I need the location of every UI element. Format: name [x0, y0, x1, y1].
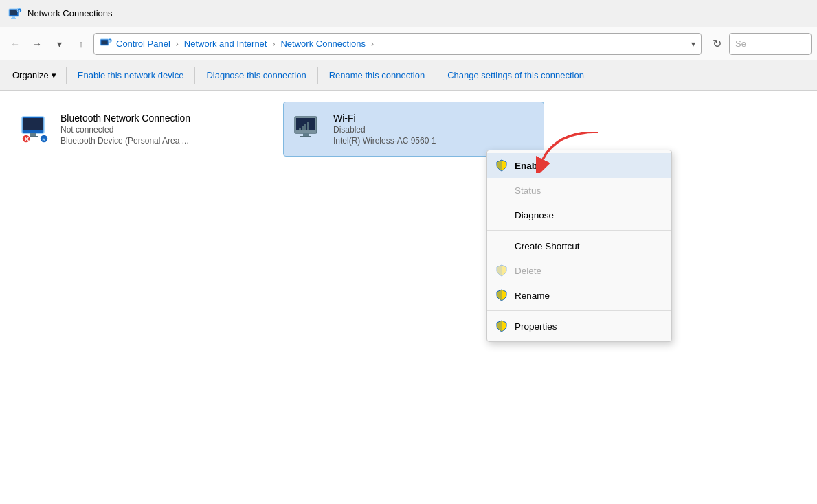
dropdown-button[interactable]: ▾ [49, 34, 69, 54]
back-button[interactable]: ← [5, 34, 25, 54]
shield-icon-properties [495, 320, 508, 332]
ctx-properties-label: Properties [515, 321, 557, 332]
wifi-network-info: Wi-Fi Disabled Intel(R) Wireless-AC 9560… [333, 113, 535, 146]
svg-text:✕: ✕ [24, 136, 30, 143]
address-box[interactable]: B Control Panel › Network and Internet ›… [93, 33, 702, 55]
svg-rect-22 [304, 124, 306, 130]
svg-text:B: B [19, 9, 21, 12]
bluetooth-network-item[interactable]: ✕ ʙ Bluetooth Network Connection Not con… [11, 102, 272, 157]
organize-label: Organize [12, 70, 49, 80]
wifi-icon-wrapper [292, 113, 325, 146]
window-title: Network Connections [27, 8, 113, 19]
up-button[interactable]: ↑ [71, 34, 91, 54]
bluetooth-network-name: Bluetooth Network Connection [60, 113, 264, 124]
wifi-device-icon [292, 113, 325, 146]
diagnose-label: Diagnose this connection [206, 70, 306, 80]
svg-rect-20 [299, 128, 301, 130]
change-settings-button[interactable]: Change settings of this connection [439, 63, 592, 88]
svg-rect-11 [23, 118, 43, 130]
main-content: ✕ ʙ Bluetooth Network Connection Not con… [0, 91, 817, 504]
separator-2: › [272, 39, 275, 49]
toolbar-divider-3 [317, 67, 318, 84]
ctx-rename-label: Rename [515, 290, 550, 301]
svg-rect-1 [10, 10, 17, 15]
enable-network-button[interactable]: Enable this network device [69, 63, 192, 88]
ctx-delete: Delete [487, 258, 671, 283]
wifi-network-desc: Intel(R) Wireless-AC 9560 1 [333, 136, 535, 146]
svg-rect-23 [307, 122, 309, 130]
wifi-network-name: Wi-Fi [333, 113, 535, 124]
ctx-diagnose-label: Diagnose [515, 210, 554, 220]
search-placeholder: Se [735, 38, 746, 49]
ctx-status: Status [487, 178, 671, 203]
separator-1: › [176, 39, 179, 49]
settings-label: Change settings of this connection [447, 70, 584, 80]
toolbar: Organize ▾ Enable this network device Di… [0, 60, 817, 91]
rename-label: Rename this connection [329, 70, 425, 80]
toolbar-divider-1 [66, 67, 67, 84]
ctx-shortcut[interactable]: Create Shortcut [487, 233, 671, 258]
svg-rect-24 [303, 133, 309, 136]
search-box[interactable]: Se [729, 33, 812, 55]
separator-3: › [371, 39, 374, 49]
ctx-separator-2 [487, 310, 671, 311]
ctx-shortcut-label: Create Shortcut [515, 241, 580, 251]
wifi-network-item[interactable]: Wi-Fi Disabled Intel(R) Wireless-AC 9560… [283, 102, 544, 157]
bluetooth-network-status: Not connected [60, 125, 264, 135]
shield-icon-enable [495, 159, 508, 172]
svg-rect-25 [300, 136, 311, 137]
enable-label: Enable this network device [78, 70, 184, 80]
breadcrumb-control-panel[interactable]: Control Panel [116, 38, 170, 49]
wifi-network-status: Disabled [333, 125, 535, 135]
toolbar-divider-2 [194, 67, 195, 84]
forward-button[interactable]: → [27, 34, 47, 54]
bluetooth-icon-wrapper: ✕ ʙ [19, 113, 52, 146]
ctx-rename[interactable]: Rename [487, 283, 671, 308]
address-icon: B [100, 38, 112, 50]
ctx-delete-label: Delete [515, 266, 541, 276]
organize-chevron-icon: ▾ [52, 70, 56, 80]
ctx-status-label: Status [515, 185, 541, 196]
ctx-separator-1 [487, 230, 671, 231]
svg-rect-2 [12, 16, 15, 18]
svg-rect-7 [102, 40, 108, 44]
context-menu: Enable Status Diagnose Create Shortcut D… [486, 150, 672, 342]
shield-icon-rename [495, 289, 508, 301]
address-chevron-icon[interactable]: ▾ [691, 39, 695, 49]
address-bar: ← → ▾ ↑ B Control Panel › Network and In… [0, 27, 817, 60]
toolbar-divider-4 [436, 67, 436, 84]
organize-button[interactable]: Organize ▾ [5, 63, 63, 88]
title-bar: B Network Connections [0, 0, 817, 27]
diagnose-button[interactable]: Diagnose this connection [198, 63, 314, 88]
svg-rect-21 [302, 126, 304, 130]
refresh-button[interactable]: ↻ [707, 34, 726, 54]
ctx-enable-label: Enable [515, 161, 545, 171]
breadcrumb-network-internet[interactable]: Network and Internet [184, 38, 267, 49]
bluetooth-network-desc: Bluetooth Device (Personal Area ... [60, 136, 264, 146]
bluetooth-device-icon: ✕ ʙ [19, 113, 52, 146]
ctx-diagnose[interactable]: Diagnose [487, 203, 671, 227]
rename-button[interactable]: Rename this connection [321, 63, 433, 88]
ctx-properties[interactable]: Properties [487, 314, 671, 339]
breadcrumb-network-connections[interactable]: Network Connections [280, 38, 366, 49]
ctx-enable[interactable]: Enable [487, 153, 671, 178]
svg-text:ʙ: ʙ [42, 137, 45, 143]
svg-rect-12 [30, 133, 36, 136]
bluetooth-network-info: Bluetooth Network Connection Not connect… [60, 113, 264, 146]
svg-rect-3 [11, 18, 16, 19]
shield-icon-delete [495, 264, 508, 277]
app-icon: B [8, 7, 22, 21]
